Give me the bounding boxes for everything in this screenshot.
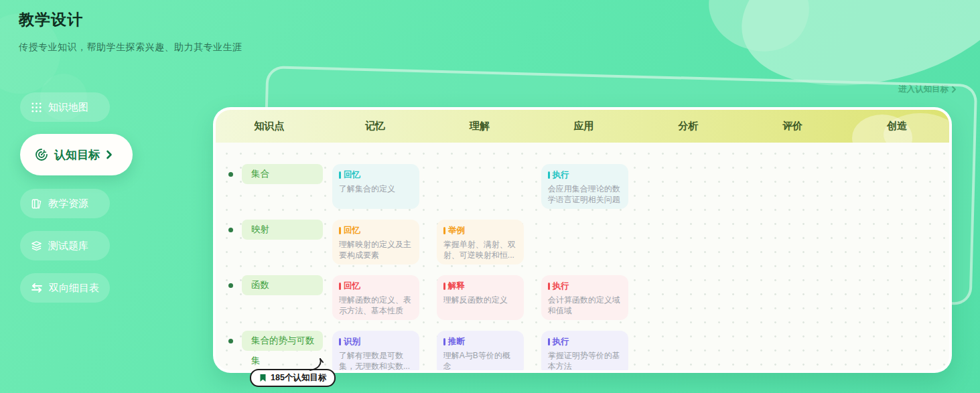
objective-desc: 理解函数的定义、表示方法、基本性质 [339, 295, 413, 316]
column-header-create: 创造 [845, 120, 949, 133]
tag-bar-icon [443, 227, 445, 234]
sidebar-item-test-bank[interactable]: 测试题库 [20, 231, 110, 260]
tag-bar-icon [548, 283, 550, 290]
chevron-right-icon [106, 150, 113, 159]
sidebar-item-label: 测试题库 [48, 240, 88, 252]
objective-tag: 执行 [553, 169, 569, 181]
knowledge-point-pill[interactable]: 映射 [242, 220, 323, 240]
sidebar-item-cognitive-goals[interactable]: 认知目标 [20, 134, 133, 175]
knowledge-point-pill[interactable]: 集合 [242, 164, 323, 184]
knowledge-point-cell: 函数 [216, 275, 323, 295]
objective-tag: 推断 [448, 336, 465, 347]
column-header-evaluate: 评价 [740, 120, 845, 133]
bullet-icon [228, 339, 233, 343]
tag-bar-icon [548, 171, 550, 179]
sidebar-item-label: 认知目标 [54, 147, 100, 163]
objective-desc: 理解反函数的定义 [443, 295, 517, 305]
layers-icon [31, 240, 42, 252]
sidebar-item-label: 双向细目表 [49, 282, 99, 295]
objective-desc: 了解集合的定义 [339, 183, 413, 194]
tag-bar-icon [339, 283, 341, 290]
tag-bar-icon [339, 227, 341, 234]
knowledge-point-cell: 映射 [216, 220, 323, 240]
table-header-row: 知识点 记忆 理解 应用 分析 评价 创造 [216, 110, 949, 143]
objective-desc: 理解映射的定义及主要构成要素 [339, 239, 413, 260]
objective-desc: 掌握单射、满射、双射、可逆映射和恒... [443, 239, 517, 260]
table-row: 函数 回忆 理解函数的定义、表示方法、基本性质 解释 理解反函数的定义 [216, 263, 949, 319]
column-header-analyze: 分析 [636, 120, 740, 133]
badge-tail-decoration [309, 358, 327, 372]
sidebar-item-two-way-table[interactable]: 双向细目表 [20, 273, 110, 303]
knowledge-point-cell: 集合的势与可数集 [216, 331, 323, 351]
knowledge-point-cell: 集合 [216, 164, 323, 184]
objective-tag: 举例 [448, 225, 465, 236]
knowledge-point-pill[interactable]: 函数 [242, 275, 323, 295]
tag-bar-icon [443, 283, 445, 290]
bullet-icon [228, 172, 233, 177]
objective-card[interactable]: 举例 掌握单射、满射、双射、可逆映射和恒... [437, 220, 524, 264]
objective-card[interactable]: 执行 会应用集合理论的数学语言证明相关问题 [541, 164, 628, 209]
objective-tag: 回忆 [344, 169, 360, 181]
objective-tag: 解释 [448, 281, 465, 292]
tag-bar-icon [443, 338, 445, 345]
count-badge-label: 185个认知目标 [271, 372, 326, 384]
objective-card[interactable]: 执行 会计算函数的定义域和值域 [541, 275, 628, 320]
objective-desc: 理解A与B等价的概念 [443, 350, 517, 372]
objective-card[interactable]: 执行 掌握证明势等价的基本方法 [541, 331, 628, 373]
cognitive-goals-table: 知识点 记忆 理解 应用 分析 评价 创造 集合 回忆 了解集合的定义 [213, 107, 952, 373]
sidebar-item-label: 教学资源 [48, 198, 88, 210]
table-body: 集合 回忆 了解集合的定义 执行 会应用集合理论的数学语言证明相关问题 [216, 143, 949, 373]
objective-desc: 了解有理数是可数集，无理数和实数... [339, 350, 413, 372]
objective-card[interactable]: 解释 理解反函数的定义 [437, 275, 524, 320]
table-row: 映射 回忆 理解映射的定义及主要构成要素 举例 掌握单射、满射、双射、可逆映射和… [216, 208, 949, 263]
tag-bar-icon [339, 338, 341, 345]
column-header-apply: 应用 [532, 120, 636, 133]
bullet-icon [228, 228, 233, 232]
objective-desc: 会应用集合理论的数学语言证明相关问题 [548, 183, 622, 205]
knowledge-point-pill[interactable]: 集合的势与可数集 [242, 331, 323, 351]
objective-card[interactable]: 回忆 理解映射的定义及主要构成要素 [332, 220, 419, 264]
sidebar-item-teaching-resources[interactable]: 教学资源 [20, 189, 110, 218]
swap-arrows-icon [31, 283, 43, 293]
tag-bar-icon [339, 171, 341, 179]
objective-tag: 执行 [553, 336, 569, 347]
objective-tag: 回忆 [344, 281, 360, 292]
objective-card[interactable]: 推断 理解A与B等价的概念 [437, 331, 524, 373]
sidebar-item-label: 知识地图 [48, 101, 88, 114]
page-subtitle: 传授专业知识，帮助学生探索兴趣、助力其专业生涯 [19, 42, 242, 54]
bullet-icon [228, 283, 233, 288]
objective-tag: 执行 [553, 281, 569, 292]
sidebar-item-knowledge-map[interactable]: 知识地图 [20, 92, 110, 122]
column-header-remember: 记忆 [323, 120, 427, 133]
column-header-understand: 理解 [427, 120, 532, 133]
page-title: 教学设计 [19, 9, 83, 30]
cognitive-goals-count-badge[interactable]: 185个认知目标 [250, 369, 336, 387]
knowledge-map-icon [31, 102, 42, 113]
table-row: 集合 回忆 了解集合的定义 执行 会应用集合理论的数学语言证明相关问题 [216, 152, 949, 208]
objective-card[interactable]: 识别 了解有理数是可数集，无理数和实数... [332, 331, 419, 373]
target-icon [35, 148, 48, 161]
objective-desc: 会计算函数的定义域和值域 [548, 295, 622, 316]
bookmark-icon [259, 374, 267, 382]
tag-bar-icon [548, 338, 550, 345]
objective-card[interactable]: 回忆 理解函数的定义、表示方法、基本性质 [332, 275, 419, 320]
objective-card[interactable]: 回忆 了解集合的定义 [332, 164, 419, 209]
book-icon [31, 198, 42, 210]
objective-desc: 掌握证明势等价的基本方法 [548, 350, 622, 372]
column-header-knowledge-point: 知识点 [216, 120, 323, 133]
objective-tag: 识别 [344, 336, 360, 347]
objective-tag: 回忆 [344, 225, 360, 236]
